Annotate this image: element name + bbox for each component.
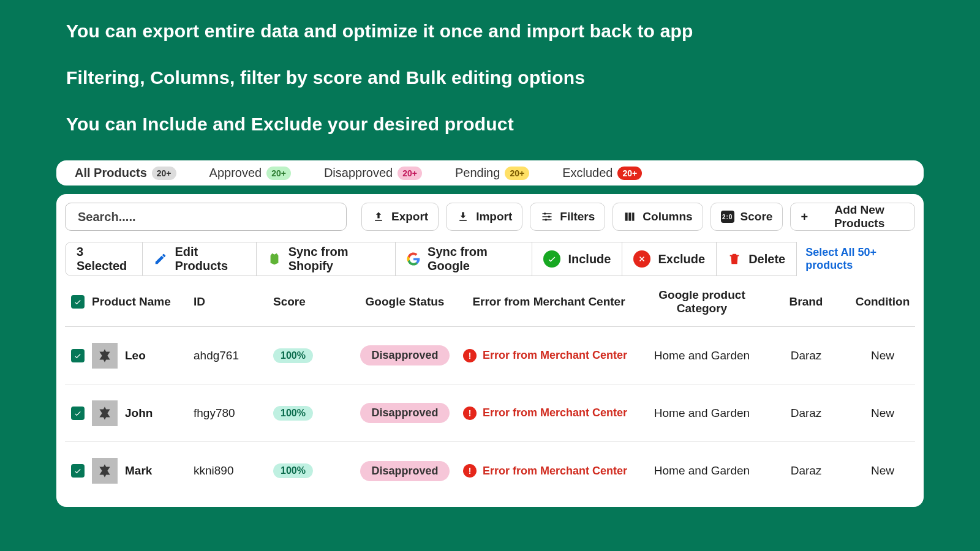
marketing-copy: You can export entire data and optimize … — [0, 0, 980, 135]
table-row: Mark kkni890 100% Disapproved ! Error fr… — [65, 442, 915, 500]
edit-products-button[interactable]: Edit Products — [143, 242, 256, 276]
sliders-icon — [540, 210, 554, 223]
row-checkbox[interactable] — [71, 407, 85, 420]
sync-shopify-button[interactable]: Sync from Shopify — [257, 242, 396, 276]
col-error: Error from Merchant Center — [472, 295, 625, 309]
error-icon: ! — [463, 407, 477, 420]
error-cell: ! Error from Merchant Center — [463, 464, 635, 478]
svg-point-2 — [545, 219, 547, 220]
filters-button[interactable]: Filters — [530, 203, 605, 231]
button-label: Import — [476, 210, 512, 223]
columns-button[interactable]: Columns — [612, 203, 703, 231]
product-name: Leo — [125, 349, 146, 362]
category-cell: Home and Garden — [654, 407, 750, 420]
tab-count-badge: 20+ — [266, 167, 291, 180]
col-google-status: Google Status — [366, 295, 445, 309]
headline-3: You can Include and Exclude your desired… — [66, 114, 914, 135]
tab-pending[interactable]: Pending 20+ — [455, 166, 529, 180]
tab-count-badge: 20+ — [617, 167, 642, 180]
score-badge: 100% — [273, 463, 313, 478]
row-checkbox[interactable] — [71, 349, 85, 362]
tab-label: Approved — [209, 166, 262, 180]
tab-count-badge: 20+ — [398, 167, 422, 180]
select-all-checkbox[interactable] — [71, 295, 85, 309]
score-button[interactable]: 2:0 Score — [710, 203, 783, 231]
button-label: Add New Products — [814, 203, 905, 230]
brand-cell: Daraz — [791, 464, 822, 478]
button-label: Sync from Shopify — [288, 245, 384, 273]
bulk-action-bar: 3 Selected Edit Products Sync from Shopi… — [65, 242, 915, 276]
sync-google-button[interactable]: Sync from Google — [396, 242, 532, 276]
product-id: ahdg761 — [194, 349, 273, 362]
import-button[interactable]: Import — [446, 203, 522, 231]
button-label: Columns — [643, 210, 692, 223]
tab-count-badge: 20+ — [152, 167, 176, 180]
condition-cell: New — [871, 464, 894, 478]
col-condition: Condition — [856, 295, 910, 309]
tab-label: Pending — [455, 166, 500, 180]
product-name: Mark — [125, 464, 152, 478]
product-thumbnail — [92, 458, 118, 484]
search-input[interactable] — [78, 210, 334, 224]
product-name: John — [125, 407, 153, 420]
tab-count-badge: 20+ — [505, 167, 529, 180]
category-cell: Home and Garden — [654, 349, 750, 362]
tab-label: All Products — [75, 166, 147, 180]
select-all-link[interactable]: Select All 50+ products — [805, 242, 915, 276]
toolbar: Export Import Filters Columns — [65, 203, 915, 231]
trash-icon — [728, 252, 741, 266]
svg-rect-5 — [632, 212, 634, 220]
table-row: Leo ahdg761 100% Disapproved ! Error fro… — [65, 327, 915, 384]
tab-all-products[interactable]: All Products 20+ — [75, 166, 176, 180]
tab-excluded[interactable]: Excluded 20+ — [562, 166, 642, 180]
status-tabs: All Products 20+ Approved 20+ Disapprove… — [56, 160, 924, 186]
score-badge: 100% — [273, 406, 313, 421]
button-label: Export — [391, 210, 428, 223]
row-checkbox[interactable] — [71, 464, 85, 478]
product-id: kkni890 — [194, 464, 273, 478]
plus-icon: + — [801, 211, 808, 223]
google-icon — [407, 252, 420, 266]
error-cell: ! Error from Merchant Center — [463, 407, 635, 420]
link-label: Select All 50+ products — [805, 246, 915, 272]
google-status-badge: Disapproved — [360, 403, 449, 423]
selected-count: 3 Selected — [65, 242, 143, 276]
button-label: Score — [741, 210, 773, 223]
tab-approved[interactable]: Approved 20+ — [209, 166, 291, 180]
button-label: Exclude — [658, 252, 705, 266]
product-thumbnail — [92, 343, 118, 369]
col-category: Google product Category — [635, 288, 769, 315]
error-cell: ! Error from Merchant Center — [463, 349, 635, 362]
export-button[interactable]: Export — [361, 203, 439, 231]
product-id: fhgy780 — [194, 407, 273, 420]
google-status-badge: Disapproved — [360, 345, 449, 365]
error-icon: ! — [463, 464, 477, 478]
pencil-icon — [154, 252, 167, 266]
headline-2: Filtering, Columns, filter by score and … — [66, 67, 914, 88]
google-status-badge: Disapproved — [360, 461, 449, 481]
svg-point-0 — [544, 212, 546, 214]
condition-cell: New — [871, 407, 894, 420]
search-input-wrap[interactable] — [65, 203, 347, 231]
error-icon: ! — [463, 349, 477, 362]
headline-1: You can export entire data and optimize … — [66, 21, 914, 42]
import-icon — [456, 210, 470, 223]
delete-button[interactable]: Delete — [717, 242, 797, 276]
shopify-icon — [268, 252, 281, 266]
error-text: Error from Merchant Center — [483, 407, 627, 419]
svg-point-1 — [548, 216, 550, 217]
products-table: Product Name ID Score Google Status Erro… — [65, 288, 915, 500]
selected-count-label: 3 Selected — [77, 245, 131, 273]
condition-cell: New — [871, 349, 894, 362]
add-new-products-button[interactable]: + Add New Products — [790, 203, 915, 231]
brand-cell: Daraz — [791, 349, 822, 362]
col-brand: Brand — [790, 295, 823, 309]
button-label: Sync from Google — [428, 245, 521, 273]
product-thumbnail — [92, 400, 118, 426]
table-header: Product Name ID Score Google Status Erro… — [65, 288, 915, 327]
tab-disapproved[interactable]: Disapproved 20+ — [324, 166, 422, 180]
brand-cell: Daraz — [791, 407, 822, 420]
exclude-button[interactable]: Exclude — [622, 242, 717, 276]
col-score: Score — [273, 295, 347, 309]
include-button[interactable]: Include — [532, 242, 622, 276]
